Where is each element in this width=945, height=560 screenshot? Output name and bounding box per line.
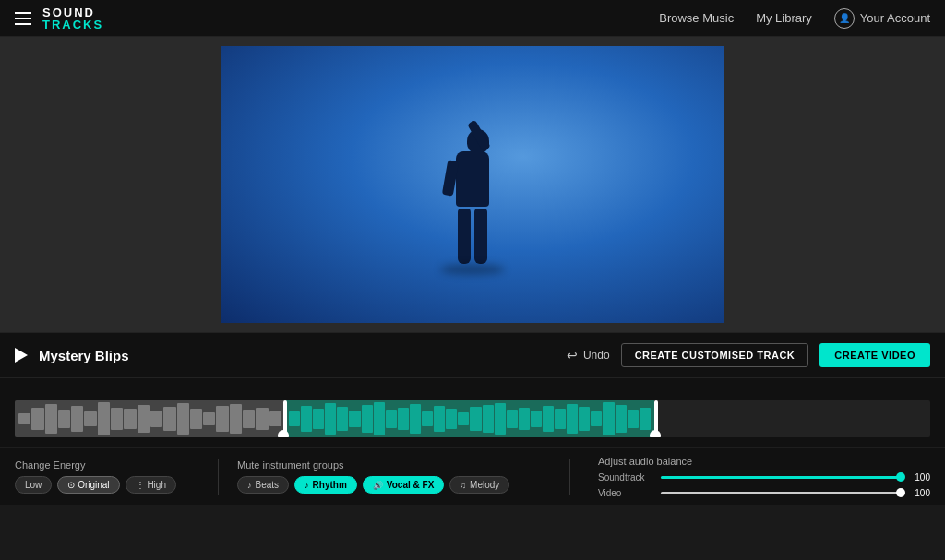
video-value: 100 (908, 488, 930, 498)
soundtrack-fill (661, 476, 901, 479)
undo-button[interactable]: ↩ Undo (567, 348, 610, 363)
waveform-gray (15, 400, 285, 437)
soundtrack-row: Soundtrack 100 (598, 472, 930, 483)
divider-1 (218, 459, 219, 495)
video-thumb[interactable] (896, 488, 905, 497)
beats-label: Beats (256, 480, 280, 490)
rhythm-label: Rhythm (313, 480, 347, 490)
header: SOUND TRACKS Browse Music My Library 👤 Y… (0, 0, 945, 37)
beats-icon: ♪ (247, 481, 252, 490)
account-menu[interactable]: 👤 Your Account (834, 8, 930, 29)
section-audio: Adjust audio balance Soundtrack 100 Vide… (589, 456, 930, 498)
controls-left: Mystery Blips (15, 348, 129, 363)
sil-legs (436, 209, 509, 264)
my-library-link[interactable]: My Library (756, 11, 812, 25)
track-name: Mystery Blips (39, 348, 129, 363)
soundtrack-label: Soundtrack (598, 472, 653, 483)
play-button[interactable] (15, 348, 28, 363)
mute-label: Mute instrument groups (237, 459, 551, 471)
video-slider[interactable] (661, 492, 901, 494)
controls-right: ↩ Undo CREATE CUSTOMISED TRACK CREATE VI… (567, 343, 930, 367)
divider-2 (569, 459, 570, 495)
sil-shadow (440, 264, 505, 275)
mute-beats-button[interactable]: ♪ Beats (237, 476, 289, 494)
soundtrack-value: 100 (908, 472, 930, 483)
sil-arm-side (442, 160, 459, 197)
header-left: SOUND TRACKS (15, 6, 103, 30)
sil-body (456, 151, 489, 207)
melody-label: Melody (470, 480, 499, 490)
video-frame (221, 46, 724, 323)
account-label: Your Account (860, 11, 930, 25)
section-mute: Mute instrument groups ♪ Beats ♪ Rhythm … (237, 459, 551, 494)
create-customised-button[interactable]: CREATE CUSTOMISED TRACK (621, 343, 809, 367)
hamburger-icon[interactable] (15, 12, 31, 25)
soundtrack-slider[interactable] (661, 476, 901, 479)
browse-music-link[interactable]: Browse Music (659, 11, 734, 25)
sil-leg-left (458, 209, 471, 264)
undo-label: Undo (583, 349, 610, 362)
vocalfx-label: Vocal & FX (387, 480, 435, 490)
soundtrack-thumb[interactable] (896, 472, 905, 482)
timeline-track[interactable] (15, 400, 930, 437)
sil-head (467, 129, 489, 153)
logo-tracks: TRACKS (42, 18, 103, 30)
mute-vocalfx-button[interactable]: 🔊 Vocal & FX (363, 476, 445, 494)
change-energy-label: Change Energy (15, 459, 199, 471)
energy-original-button[interactable]: ⊙ Original (57, 476, 119, 494)
energy-buttons: Low ⊙ Original ⋮ High (15, 476, 199, 494)
logo-sound: SOUND (42, 6, 103, 18)
sil-leg-right (474, 209, 487, 264)
silhouette (436, 129, 509, 295)
vocalfx-icon: 🔊 (373, 481, 383, 490)
mute-melody-button[interactable]: ♫ Melody (449, 476, 509, 494)
create-video-button[interactable]: CREATE VIDEO (819, 343, 930, 367)
energy-high-button[interactable]: ⋮ High (126, 476, 176, 494)
video-area (0, 37, 945, 332)
mute-buttons: ♪ Beats ♪ Rhythm 🔊 Vocal & FX ♫ Melody (237, 476, 551, 494)
timeline-area: 0:00 00:00 00:10 (0, 378, 945, 447)
video-fill (661, 492, 901, 494)
melody-icon: ♫ (460, 481, 466, 490)
timeline-marker-left[interactable] (278, 430, 289, 437)
account-icon: 👤 (834, 8, 855, 29)
app-logo: SOUND TRACKS (42, 6, 103, 30)
waveform-teal (285, 400, 654, 437)
video-label: Video (598, 488, 653, 498)
controls-bar: Mystery Blips ↩ Undo CREATE CUSTOMISED T… (0, 332, 945, 378)
energy-low-button[interactable]: Low (15, 476, 52, 494)
video-row: Video 100 (598, 488, 930, 498)
undo-icon: ↩ (567, 348, 578, 363)
section-change-energy: Change Energy Low ⊙ Original ⋮ High (15, 459, 199, 494)
timeline-marker-right[interactable] (650, 430, 661, 437)
header-nav: Browse Music My Library 👤 Your Account (659, 8, 930, 29)
mute-rhythm-button[interactable]: ♪ Rhythm (294, 476, 357, 494)
rhythm-icon: ♪ (305, 481, 309, 490)
